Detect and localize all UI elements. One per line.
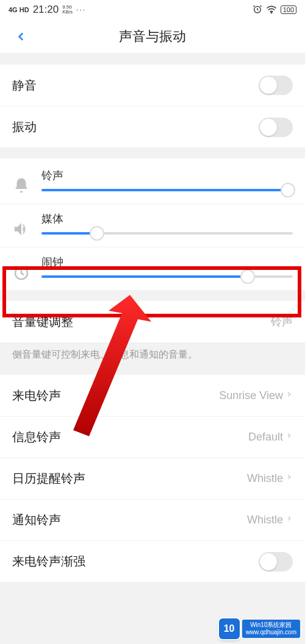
clock-icon — [12, 263, 30, 281]
message-ringtone-label: 信息铃声 — [12, 429, 61, 445]
chevron-right-icon — [285, 514, 293, 526]
watermark-badge: 10 — [219, 618, 240, 639]
notify-ringtone-value: Whistle — [247, 514, 293, 526]
media-volume-slider[interactable] — [41, 232, 293, 235]
chevron-right-icon — [285, 389, 293, 402]
speaker-icon — [12, 220, 30, 238]
alarm-volume-slider[interactable] — [41, 275, 293, 278]
network-speed: 9.50 KB/s — [62, 5, 73, 15]
ringtone-volume-slider[interactable] — [41, 189, 293, 191]
alarm-volume-label: 闹钟 — [41, 255, 293, 269]
alarm-volume-row: 闹钟 — [0, 247, 305, 290]
volume-sliders: 铃声 媒体 闹钟 — [0, 158, 305, 290]
section-gap — [0, 54, 305, 65]
mute-label: 静音 — [12, 77, 37, 94]
speed-unit: KB/s — [62, 9, 73, 15]
section-gap — [0, 147, 305, 158]
media-volume-label: 媒体 — [41, 211, 293, 226]
calendar-ringtone-value: Whistle — [247, 472, 293, 485]
status-right: 100 — [253, 4, 296, 16]
watermark-line1: Win10系统家园 — [250, 621, 292, 628]
notify-ringtone-row[interactable]: 通知铃声 Whistle — [0, 499, 305, 540]
vibrate-label: 振动 — [12, 119, 37, 135]
incoming-ringtone-row[interactable]: 来电铃声 Sunrise View — [0, 375, 305, 416]
page-title: 声音与振动 — [119, 27, 186, 46]
mute-toggle[interactable] — [259, 76, 293, 95]
incoming-ringtone-value-text: Sunrise View — [219, 389, 283, 402]
watermark-line2: www.qdhuajin.com — [246, 629, 296, 635]
svg-point-1 — [271, 12, 272, 13]
calendar-ringtone-label: 日历提醒铃声 — [12, 470, 85, 487]
status-bar: 4G HD 21:20 9.50 KB/s ··· 100 — [0, 0, 305, 19]
ringtone-volume-label: 铃声 — [41, 168, 293, 183]
message-ringtone-value: Default — [248, 431, 293, 444]
battery-indicator: 100 — [281, 5, 296, 14]
watermark-text: Win10系统家园 www.qdhuajin.com — [242, 620, 300, 638]
incoming-ringtone-label: 来电铃声 — [12, 387, 61, 404]
notify-ringtone-value-text: Whistle — [247, 514, 283, 526]
alarm-icon — [253, 4, 262, 16]
chevron-right-icon — [285, 472, 293, 485]
ringtone-section: 来电铃声 Sunrise View 信息铃声 Default 日历提醒铃声 Wh… — [0, 375, 305, 582]
ascending-ringtone-label: 来电铃声渐强 — [12, 553, 85, 570]
incoming-ringtone-value: Sunrise View — [219, 389, 293, 402]
ascending-ringtone-row[interactable]: 来电铃声渐强 — [0, 540, 305, 582]
chevron-right-icon — [285, 431, 293, 444]
top-nav: 声音与振动 — [0, 19, 305, 54]
calendar-ringtone-value-text: Whistle — [247, 472, 283, 485]
status-left: 4G HD 21:20 9.50 KB/s ··· — [9, 4, 86, 16]
wifi-icon — [266, 5, 277, 15]
calendar-ringtone-row[interactable]: 日历提醒铃声 Whistle — [0, 458, 305, 499]
media-volume-row: 媒体 — [0, 203, 305, 247]
back-button[interactable] — [7, 23, 34, 50]
more-icon: ··· — [76, 5, 86, 14]
volume-key-desc: 侧音量键可控制来电、信息和通知的音量。 — [0, 342, 305, 375]
message-ringtone-value-text: Default — [248, 431, 283, 444]
volume-key-label: 音量键调整 — [12, 314, 73, 330]
watermark: 10 Win10系统家园 www.qdhuajin.com — [219, 618, 300, 639]
notify-ringtone-label: 通知铃声 — [12, 512, 61, 528]
clock: 21:20 — [33, 4, 59, 16]
section-gap — [0, 290, 305, 301]
volume-key-row[interactable]: 音量键调整 铃声 — [0, 301, 305, 342]
bell-icon — [12, 177, 30, 195]
signal-indicator: 4G HD — [9, 6, 29, 13]
volume-key-value: 铃声 — [271, 314, 293, 329]
message-ringtone-row[interactable]: 信息铃声 Default — [0, 416, 305, 458]
volume-key-value-text: 铃声 — [271, 314, 293, 329]
ringtone-volume-row: 铃声 — [0, 161, 305, 203]
vibrate-toggle[interactable] — [259, 118, 293, 137]
ascending-ringtone-toggle[interactable] — [259, 552, 293, 571]
toggle-section: 静音 振动 — [0, 65, 305, 147]
vibrate-row[interactable]: 振动 — [0, 106, 305, 147]
mute-row[interactable]: 静音 — [0, 65, 305, 106]
